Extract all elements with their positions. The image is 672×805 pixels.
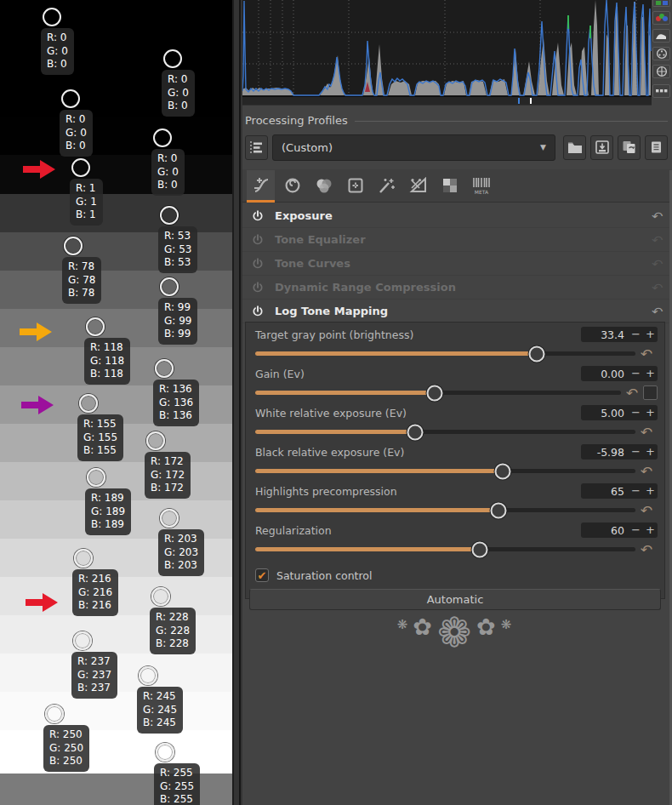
- tab-raw[interactable]: [436, 170, 464, 203]
- decrement-button[interactable]: −: [629, 366, 643, 381]
- tab-detail[interactable]: [278, 170, 306, 203]
- histogram-rgb-mode-button[interactable]: [652, 0, 670, 7]
- slider-knob[interactable]: [528, 345, 544, 362]
- sample-point[interactable]: [86, 317, 105, 336]
- tool-section-header[interactable]: Tone Equalizer ↶: [242, 228, 672, 252]
- slider-knob[interactable]: [471, 541, 487, 557]
- slider-value[interactable]: 65: [581, 485, 629, 498]
- sample-point[interactable]: [153, 128, 172, 147]
- profile-select[interactable]: (Custom) ▼: [272, 134, 555, 161]
- increment-button[interactable]: +: [643, 366, 658, 381]
- slider-reset-icon[interactable]: ↶: [619, 385, 645, 401]
- slider-fill: [255, 351, 537, 356]
- slider-reset-icon[interactable]: ↶: [634, 346, 659, 362]
- tool-section-header[interactable]: Tone Curves ↶: [242, 252, 672, 276]
- sample-point[interactable]: [155, 359, 174, 378]
- tab-advanced[interactable]: [373, 170, 401, 203]
- tab-metadata[interactable]: META: [467, 170, 495, 203]
- slider-track[interactable]: [255, 469, 635, 473]
- increment-button[interactable]: +: [643, 522, 658, 538]
- slider-reset-icon[interactable]: ↶: [634, 542, 659, 557]
- slider-reset-icon[interactable]: ↶: [634, 464, 659, 479]
- sample-point[interactable]: [146, 431, 165, 450]
- slider-value[interactable]: -5.98: [581, 446, 629, 459]
- slider-reset-icon[interactable]: ↶: [634, 503, 659, 518]
- load-profile-button[interactable]: [563, 135, 586, 160]
- slider-knob[interactable]: [407, 424, 423, 440]
- save-profile-button[interactable]: [590, 135, 613, 160]
- paste-profile-button[interactable]: [645, 135, 668, 160]
- slider-value[interactable]: 0.00: [581, 368, 629, 380]
- sample-point[interactable]: [74, 549, 93, 568]
- tool-section-header[interactable]: Log Tone Mapping ↶: [242, 300, 672, 323]
- histogram-value-strip: [242, 97, 652, 106]
- slider-knob[interactable]: [491, 502, 507, 518]
- panel-divider[interactable]: [232, 0, 242, 805]
- slider-value[interactable]: 33.4: [581, 328, 629, 341]
- history-reset-icon[interactable]: ↶: [652, 233, 663, 247]
- raw-histogram-button[interactable]: [652, 65, 670, 78]
- decrement-button[interactable]: −: [629, 327, 643, 342]
- sample-point[interactable]: [87, 468, 105, 487]
- color-indicators-button[interactable]: [652, 11, 670, 25]
- sample-point[interactable]: [160, 206, 179, 225]
- slider-knob[interactable]: [494, 463, 510, 479]
- tab-transform[interactable]: [404, 170, 432, 203]
- power-icon[interactable]: [252, 210, 264, 222]
- increment-button[interactable]: +: [643, 327, 658, 342]
- sample-point[interactable]: [45, 705, 64, 723]
- increment-button[interactable]: +: [643, 483, 658, 499]
- partial-profile-mode-button[interactable]: [245, 135, 268, 160]
- increment-button[interactable]: +: [643, 405, 658, 420]
- luminosity-mode-button[interactable]: [652, 29, 670, 43]
- sample-point[interactable]: [139, 666, 157, 685]
- sample-point[interactable]: [160, 277, 179, 296]
- sample-point[interactable]: [79, 394, 98, 413]
- image-preview[interactable]: R: 0 G: 0 B: 0 R: 0 G: 0 B: 0 R: 0 G: 0 …: [0, 0, 232, 805]
- power-icon[interactable]: [252, 282, 264, 294]
- tool-section-header[interactable]: Dynamic Range Compression ↶: [242, 276, 672, 300]
- saturation-control-checkbox[interactable]: ✔: [255, 568, 269, 582]
- bar-options-button[interactable]: [652, 84, 670, 98]
- tool-section-header[interactable]: Exposure ↶: [242, 204, 672, 228]
- power-icon[interactable]: [252, 305, 264, 317]
- tab-exposure[interactable]: [247, 170, 275, 203]
- slider-track[interactable]: [255, 430, 635, 434]
- power-icon[interactable]: [252, 258, 264, 270]
- history-reset-icon[interactable]: ↶: [652, 305, 663, 318]
- tab-local[interactable]: [341, 170, 369, 203]
- decrement-button[interactable]: −: [629, 444, 643, 460]
- slider-reset-icon[interactable]: ↶: [634, 425, 659, 440]
- tab-color[interactable]: [310, 170, 338, 203]
- sample-point[interactable]: [61, 89, 80, 108]
- sample-point[interactable]: [43, 8, 61, 26]
- wedge-band: [0, 77, 232, 117]
- automatic-button[interactable]: Automatic: [249, 589, 661, 610]
- increment-button[interactable]: +: [643, 444, 658, 460]
- history-reset-icon[interactable]: ↶: [652, 257, 663, 271]
- copy-profile-button[interactable]: [618, 135, 641, 160]
- decrement-button[interactable]: −: [629, 522, 643, 538]
- sample-point[interactable]: [64, 237, 83, 255]
- slider-track[interactable]: [255, 508, 635, 512]
- history-reset-icon[interactable]: ↶: [652, 281, 663, 294]
- power-icon[interactable]: [252, 234, 264, 246]
- history-reset-icon[interactable]: ↶: [652, 209, 663, 223]
- auto-checkbox[interactable]: [643, 385, 658, 400]
- slider-value[interactable]: 5.00: [581, 407, 629, 420]
- decrement-button[interactable]: −: [629, 405, 643, 420]
- slider-value[interactable]: 60: [581, 524, 629, 537]
- detail-tab-icon: [284, 177, 301, 194]
- sample-point[interactable]: [151, 587, 170, 606]
- sample-point[interactable]: [71, 158, 90, 177]
- sample-point[interactable]: [163, 49, 182, 68]
- decrement-button[interactable]: −: [629, 483, 643, 499]
- sample-point[interactable]: [160, 509, 179, 528]
- slider-track[interactable]: [255, 547, 635, 551]
- slider-knob[interactable]: [426, 385, 442, 401]
- chromaticity-mode-button[interactable]: [652, 47, 670, 60]
- slider-track[interactable]: [255, 351, 635, 356]
- sample-point[interactable]: [156, 743, 174, 762]
- slider-track[interactable]: [255, 391, 621, 395]
- sample-point[interactable]: [73, 631, 92, 650]
